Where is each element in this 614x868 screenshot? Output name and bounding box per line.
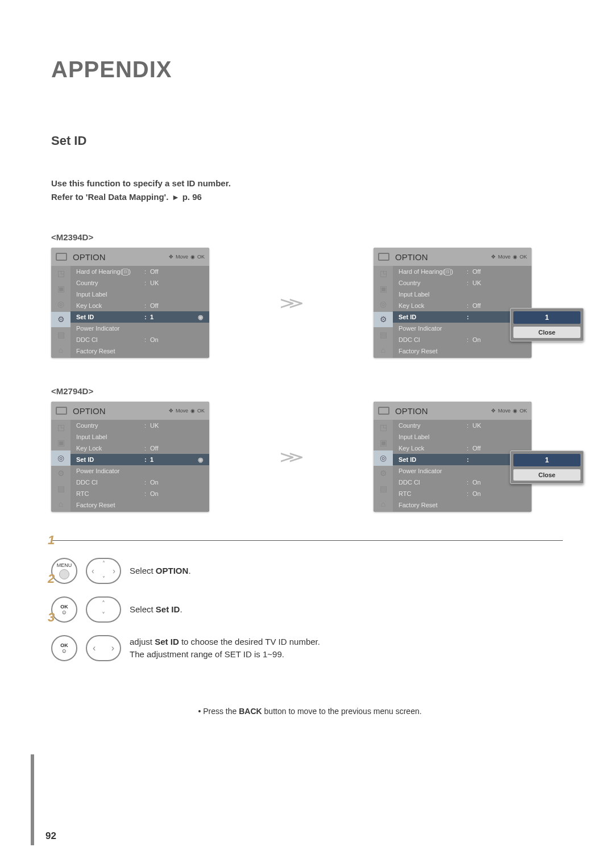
intro-line-2: Refer to 'Real Data Mapping'. ▸ p. 96 (51, 190, 569, 204)
osd-title: OPTION (395, 406, 428, 416)
t: . (188, 566, 190, 575)
menu-item[interactable]: Input Label (70, 431, 209, 443)
set-id-value-field[interactable]: 1 (513, 311, 580, 324)
remote-menu-button[interactable]: MENU (51, 558, 77, 584)
item-value: Off (150, 302, 204, 309)
ok-icon (190, 408, 195, 414)
hearing-icon: ⌑ (445, 269, 451, 276)
osd-hints: Move OK (169, 254, 205, 260)
menu-item[interactable]: Power Indicator (70, 465, 209, 477)
close-button[interactable]: Close (513, 469, 580, 481)
menu-item[interactable]: RTC:On (70, 488, 209, 499)
sidebar-tab-icon[interactable]: ⌂ (374, 496, 393, 512)
item-label: Factory Reset (399, 502, 467, 508)
sidebar-tab-icon[interactable]: ◳ (374, 266, 393, 281)
ok-icon (513, 254, 517, 260)
sidebar-tab-icon[interactable]: ◎ (51, 450, 70, 466)
item-value: On (150, 336, 204, 343)
menu-item[interactable]: DDC CI:On (70, 477, 209, 488)
sidebar-tab-icon[interactable]: ◳ (51, 266, 70, 281)
set-id-value-field[interactable]: 1 (513, 454, 580, 466)
step-number-3: 3 (48, 610, 55, 625)
menu-item[interactable]: RTC:On (393, 488, 532, 499)
sidebar-tab-icon[interactable]: ▣ (374, 435, 393, 450)
item-value: On (472, 490, 526, 497)
item-label: Power Indicator (399, 468, 467, 474)
item-value: UK (150, 279, 204, 286)
appendix-heading: APPENDIX (51, 57, 569, 82)
option-header-icon (378, 407, 389, 415)
sidebar-tab-icon[interactable]: ▣ (374, 281, 393, 297)
sidebar-tab-icon[interactable]: ⚙ (51, 466, 70, 481)
sidebar-tab-icon[interactable]: ▤ (51, 327, 70, 343)
item-label: Input Label (76, 291, 144, 298)
section-heading: Set ID (51, 133, 569, 148)
item-label: Factory Reset (399, 348, 467, 354)
step-3: 3 OK adjust Set ID to choose the desired… (51, 635, 563, 661)
sidebar-tab-icon[interactable]: ⚙ (374, 466, 393, 481)
menu-item[interactable]: Input Label (70, 289, 209, 300)
sidebar-tab-icon[interactable]: ▣ (51, 435, 70, 450)
menu-item[interactable]: Country:UK (393, 277, 532, 289)
menu-item[interactable]: Country:UK (70, 277, 209, 289)
remote-dpad-button[interactable]: ˄˅ (86, 558, 121, 584)
sidebar-tab-icon[interactable]: ▤ (374, 327, 393, 343)
menu-item[interactable]: Key Lock:Off (70, 300, 209, 311)
menu-item[interactable]: DDC CI:On (70, 334, 209, 345)
osd-title: OPTION (395, 252, 428, 262)
menu-item[interactable]: Country:UK (70, 420, 209, 431)
item-value: Off (150, 445, 204, 452)
item-value: UK (472, 279, 526, 286)
remote-ok-button[interactable]: OK (51, 596, 77, 623)
sidebar-tab-icon[interactable]: ◎ (374, 450, 393, 466)
t: to choose the desired TV ID number. (179, 637, 320, 646)
item-label: DDC CI (399, 336, 467, 343)
option-header-icon (56, 253, 67, 261)
t-bold: Set ID (155, 637, 179, 646)
menu-button-label: MENU (57, 562, 72, 568)
set-id-popup: 1 Close (510, 450, 584, 484)
close-button[interactable]: Close (513, 327, 580, 338)
sidebar-tab-icon[interactable]: ⚙ (374, 312, 393, 327)
osd-title: OPTION (73, 406, 106, 416)
sidebar-tab-icon[interactable]: ◳ (374, 420, 393, 435)
menu-item[interactable]: Factory Reset (70, 499, 209, 511)
osd-sidebar: ◳ ▣ ◎ ⚙ ▤ ⌂ (374, 420, 393, 512)
remote-ok-button[interactable]: OK (51, 635, 77, 661)
step-1: 1 MENU ˄˅ Select OPTION. (51, 558, 563, 584)
menu-item[interactable]: Key Lock:Off (70, 443, 209, 454)
menu-item[interactable]: Factory Reset (393, 499, 532, 511)
option-header-icon (56, 407, 67, 415)
item-value: 1 (150, 456, 198, 463)
sidebar-tab-icon[interactable]: ◳ (51, 420, 70, 435)
sidebar-tab-icon[interactable]: ▤ (374, 481, 393, 496)
menu-item[interactable]: Factory Reset (70, 345, 209, 357)
item-label: RTC (399, 490, 467, 497)
sidebar-tab-icon[interactable]: ⚙ (51, 312, 70, 327)
intro-page-ref: p. 96 (182, 192, 202, 202)
menu-item[interactable]: Power Indicator (70, 323, 209, 334)
sidebar-tab-icon[interactable]: ◎ (374, 297, 393, 312)
menu-item-selected[interactable]: Set ID:1◉ (70, 311, 209, 323)
menu-item[interactable]: Input Label (393, 431, 532, 443)
item-label: Country (399, 279, 467, 286)
menu-item[interactable]: Hard of Hearing(⌑) :Off (70, 266, 209, 277)
menu-item-selected[interactable]: Set ID:1◉ (70, 454, 209, 465)
menu-item[interactable]: Country:UK (393, 420, 532, 431)
menu-item[interactable]: Factory Reset (393, 345, 532, 357)
sidebar-tab-icon[interactable]: ◎ (51, 297, 70, 312)
sidebar-tab-icon[interactable]: ⌂ (51, 343, 70, 358)
remote-leftright-button[interactable] (86, 635, 121, 661)
sidebar-tab-icon[interactable]: ⌂ (374, 343, 393, 358)
step-2-text: Select Set ID. (130, 603, 182, 616)
osd-menu-m2394d-right: OPTION MoveOK ◳ ▣ ◎ ⚙ ▤ ⌂ Hard of Hearin… (374, 248, 532, 358)
item-label: Country (76, 422, 144, 429)
sidebar-tab-icon[interactable]: ▤ (51, 481, 70, 496)
menu-item[interactable]: Hard of Hearing(⌑):Off (393, 266, 532, 277)
menu-item[interactable]: Input Label (393, 289, 532, 300)
sidebar-tab-icon[interactable]: ⌂ (51, 496, 70, 512)
remote-updown-button[interactable] (86, 596, 121, 623)
item-label: Power Indicator (76, 468, 144, 474)
item-label: Set ID (76, 314, 144, 320)
sidebar-tab-icon[interactable]: ▣ (51, 281, 70, 297)
